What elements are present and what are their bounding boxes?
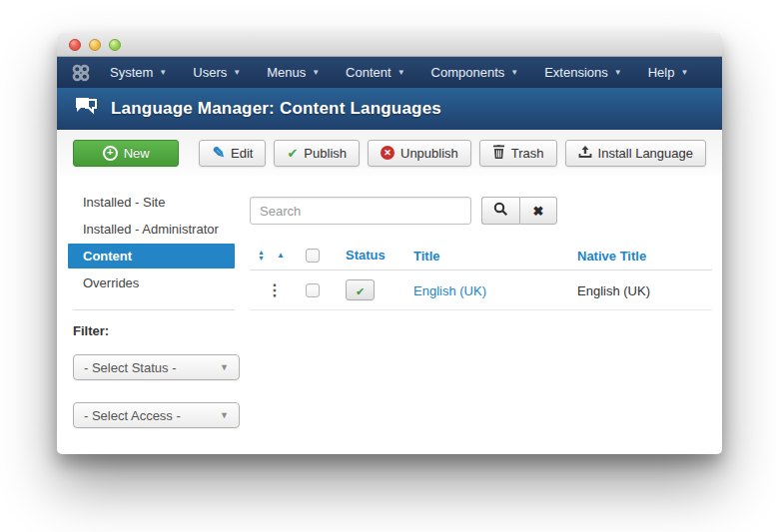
title-header-cell: Title [413, 247, 577, 265]
row-checkbox[interactable] [306, 283, 320, 297]
toolbar: New Edit Publish Unpublish [57, 130, 722, 176]
menu-users-label: Users [193, 65, 227, 80]
table-row: English (UK) English (UK) [250, 270, 712, 310]
status-header-cell: Status [346, 248, 413, 263]
chevron-down-icon [614, 69, 622, 77]
access-filter-select[interactable]: - Select Access - [73, 402, 240, 428]
sidebar-item-overrides[interactable]: Overrides [73, 270, 235, 295]
upload-icon [578, 145, 592, 162]
edit-button[interactable]: Edit [199, 140, 266, 167]
install-language-button-label: Install Language [598, 146, 693, 161]
row-status-cell [346, 279, 413, 300]
check-icon [356, 281, 365, 299]
unpublish-button-label: Unpublish [400, 146, 458, 161]
edit-pencil-icon [212, 145, 225, 161]
menu-components-label: Components [431, 65, 505, 80]
chevron-down-icon [233, 69, 241, 77]
select-all-header-cell [306, 249, 346, 263]
install-language-button[interactable]: Install Language [565, 140, 706, 167]
chevron-down-icon [312, 69, 320, 77]
menu-content-label: Content [346, 65, 391, 80]
search-icon [493, 202, 508, 221]
menu-system-label: System [110, 65, 153, 80]
menu-help[interactable]: Help [635, 57, 702, 88]
menu-components[interactable]: Components [418, 57, 532, 88]
chevron-down-icon [680, 69, 688, 77]
sidebar-item-content[interactable]: Content [68, 244, 235, 268]
search-clear-button[interactable] [519, 197, 557, 225]
plus-circle-icon [103, 146, 118, 161]
zoom-window-button[interactable] [109, 39, 121, 51]
table-header-row: Status Title Native Title [250, 241, 712, 270]
select-all-checkbox[interactable] [306, 249, 320, 263]
main-content: Status Title Native Title [250, 176, 722, 454]
status-filter-value: - Select Status - [84, 360, 176, 375]
drag-handle-icon[interactable] [267, 282, 283, 298]
close-window-button[interactable] [69, 39, 81, 51]
menu-system[interactable]: System [97, 57, 180, 88]
close-icon [533, 202, 544, 220]
chevron-down-icon [159, 69, 167, 77]
trash-button-label: Trash [511, 146, 544, 161]
title-column-header[interactable]: Title [413, 249, 440, 264]
sidebar-item-installed-administrator[interactable]: Installed - Administrator [73, 217, 235, 242]
search-input[interactable] [250, 197, 471, 225]
menu-content[interactable]: Content [333, 57, 417, 88]
app-window: System Users Menus Content Components Ex… [57, 33, 722, 454]
status-column-header[interactable]: Status [346, 248, 386, 263]
languages-table: Status Title Native Title [250, 241, 712, 310]
sort-ascending-icon[interactable] [277, 252, 285, 260]
menu-extensions-label: Extensions [544, 65, 608, 80]
chevron-down-icon [510, 69, 518, 77]
ordering-header-cell [250, 250, 306, 262]
x-circle-icon [381, 146, 394, 160]
row-title-cell: English (UK) [413, 281, 577, 299]
new-button-label: New [124, 146, 150, 161]
row-select-cell [306, 283, 346, 297]
admin-menubar: System Users Menus Content Components Ex… [57, 57, 722, 88]
page-title: Language Manager: Content Languages [111, 99, 441, 119]
chevron-down-icon [220, 411, 229, 420]
minimize-window-button[interactable] [89, 39, 101, 51]
unpublish-button[interactable]: Unpublish [368, 140, 471, 167]
menu-extensions[interactable]: Extensions [531, 57, 635, 88]
native-title-column-header[interactable]: Native Title [577, 249, 646, 264]
menu-menus-label: Menus [267, 65, 306, 80]
page-header: Language Manager: Content Languages [57, 88, 722, 130]
search-button-group [481, 197, 557, 225]
sidebar-item-installed-site[interactable]: Installed - Site [73, 190, 235, 215]
menu-menus[interactable]: Menus [254, 57, 333, 88]
trash-icon [492, 145, 505, 162]
native-title-text: English (UK) [577, 283, 650, 298]
menu-users[interactable]: Users [180, 57, 254, 88]
row-native-title-cell: English (UK) [577, 281, 712, 299]
search-submit-button[interactable] [481, 197, 519, 225]
published-status-button[interactable] [346, 279, 375, 300]
filter-heading: Filter: [73, 323, 250, 338]
sidebar-divider [73, 309, 235, 310]
language-title-link[interactable]: English (UK) [413, 283, 486, 298]
status-filter-select[interactable]: - Select Status - [73, 354, 240, 380]
sort-ordering-icon[interactable] [258, 250, 265, 262]
check-icon [287, 146, 298, 161]
sidebar: Installed - Site Installed - Administrat… [57, 176, 250, 454]
mac-titlebar [57, 33, 722, 57]
publish-button-label: Publish [304, 146, 347, 161]
comments-icon [74, 96, 100, 122]
access-filter-value: - Select Access - [84, 408, 181, 423]
chevron-down-icon [397, 69, 405, 77]
menu-help-label: Help [648, 65, 675, 80]
new-button[interactable]: New [73, 140, 179, 167]
native-title-header-cell: Native Title [577, 247, 712, 265]
publish-button[interactable]: Publish [274, 140, 360, 167]
joomla-logo-icon [71, 63, 91, 83]
row-ordering-cell [250, 282, 306, 298]
trash-button[interactable]: Trash [479, 140, 557, 167]
search-row [250, 197, 712, 225]
chevron-down-icon [220, 363, 229, 372]
edit-button-label: Edit [231, 146, 253, 161]
app-body: Installed - Site Installed - Administrat… [57, 176, 722, 454]
